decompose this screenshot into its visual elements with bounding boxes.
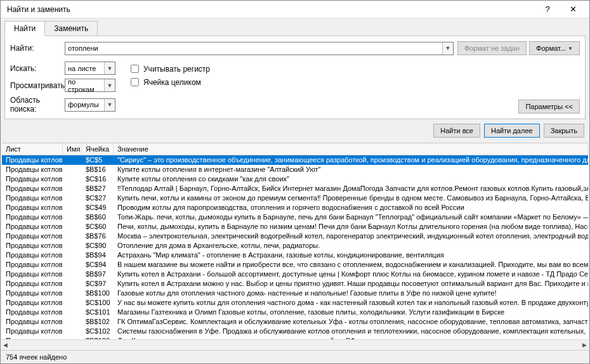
col-value[interactable]: Значение [114,143,588,155]
find-replace-dialog: Найти и заменить ? ✕ Найти Заменить Найт… [0,0,590,364]
table-row[interactable]: Продавцы котлов$C$100У нас вы можете куп… [2,298,588,308]
close-icon[interactable]: ✕ [560,1,586,18]
table-row[interactable]: Продавцы котлов$C$97Купить котел в Астра… [2,279,588,289]
table-row[interactable]: Продавцы котлов$B$27‼Теплодар Алтай | Ба… [2,184,588,193]
find-input-combo[interactable]: ▼ [65,42,454,55]
close-button[interactable]: Закрыть [544,124,584,138]
find-label: Найти: [10,44,65,53]
col-sheet[interactable]: Лист [2,143,63,155]
search-by-label: Просматривать: [10,81,65,90]
find-next-button[interactable]: Найти далее [484,124,540,138]
look-in-select[interactable]: на листе ▼ [65,62,115,75]
table-row[interactable]: Продавцы котлов$C$27Купить печи, котлы и… [2,193,588,203]
search-by-select[interactable]: по строкам ▼ [65,79,115,92]
tabstrip: Найти Заменить [1,18,589,36]
titlebar: Найти и заменить ? ✕ [1,1,589,18]
format-button[interactable]: Формат...▼ [529,41,580,55]
whole-cell-checkbox[interactable]: Ячейка целиком [128,76,210,88]
window-title: Найти и заменить [4,5,535,14]
results-body[interactable]: Продавцы котлов$C$5"Сириус" – это произв… [2,155,588,339]
chevron-down-icon[interactable]: ▼ [104,62,115,74]
horizontal-scrollbar[interactable]: ◀ ▶ [2,339,588,350]
tab-replace[interactable]: Заменить [44,21,98,36]
search-panel: Найти: ▼ Формат не задан Формат...▼ Иска… [4,36,586,119]
table-row[interactable]: Продавцы котлов$C$102Системы газоснабжен… [2,327,588,336]
action-buttons: Найти все Найти далее Закрыть [1,120,589,143]
scope-select[interactable]: формулы ▼ [65,98,115,112]
table-row[interactable]: Продавцы котлов$C$16Купите котлы отоплен… [2,174,588,184]
table-row[interactable]: Продавцы котлов$C$60Печи, котлы, дымоход… [2,222,588,231]
table-row[interactable]: Продавцы котлов$B$102ГК ОптимаГазСервис.… [2,317,588,327]
tab-find[interactable]: Найти [4,21,45,36]
match-case-checkbox[interactable]: Учитывать регистр [128,63,210,75]
table-row[interactable]: Продавцы котлов$B$97Купить котел в Астра… [2,270,588,279]
format-unset-button[interactable]: Формат не задан [457,41,527,55]
table-row[interactable]: Продавцы котлов$B$60Топи-Жарь. печи, кот… [2,212,588,222]
look-in-label: Искать: [10,64,65,73]
results-header: Лист Имя Ячейка Значение [2,143,588,155]
status-bar: 754 ячеек найдено [1,350,589,363]
find-all-button[interactable]: Найти все [433,124,480,138]
parameters-button[interactable]: Параметры << [518,100,580,114]
scope-label: Область поиска: [10,96,65,114]
table-row[interactable]: Продавцы котлов$B$94Астрахань "Мир клима… [2,250,588,260]
table-row[interactable]: Продавцы котлов$C$49Проводим котлы для п… [2,203,588,212]
results-list: Лист Имя Ячейка Значение Продавцы котлов… [2,143,588,350]
chevron-down-icon[interactable]: ▼ [104,79,115,91]
table-row[interactable]: Продавцы котлов$B$100Газовые котлы для о… [2,289,588,298]
chevron-down-icon[interactable]: ▼ [442,42,453,55]
help-button[interactable]: ? [535,1,560,18]
col-name[interactable]: Имя [63,143,82,155]
table-row[interactable]: Продавцы котлов$B$76Москва – электрокоте… [2,231,588,241]
table-row[interactable]: Продавцы котлов$C$90Отопление для дома в… [2,241,588,250]
col-cell[interactable]: Ячейка [82,143,114,155]
table-row[interactable]: Продавцы котлов$C$94В нашем магазине вы … [2,260,588,270]
table-row[interactable]: Продавцы котлов$B$16Купите котлы отоплен… [2,165,588,174]
table-row[interactable]: Продавцы котлов$C$101Магазины Газтехника… [2,308,588,317]
find-input[interactable] [65,42,442,55]
scroll-left-icon[interactable]: ◀ [3,342,8,348]
scroll-right-icon[interactable]: ▶ [582,342,587,348]
chevron-down-icon[interactable]: ▼ [104,99,115,111]
table-row[interactable]: Продавцы котлов$C$5"Сириус" – это произв… [2,155,588,165]
